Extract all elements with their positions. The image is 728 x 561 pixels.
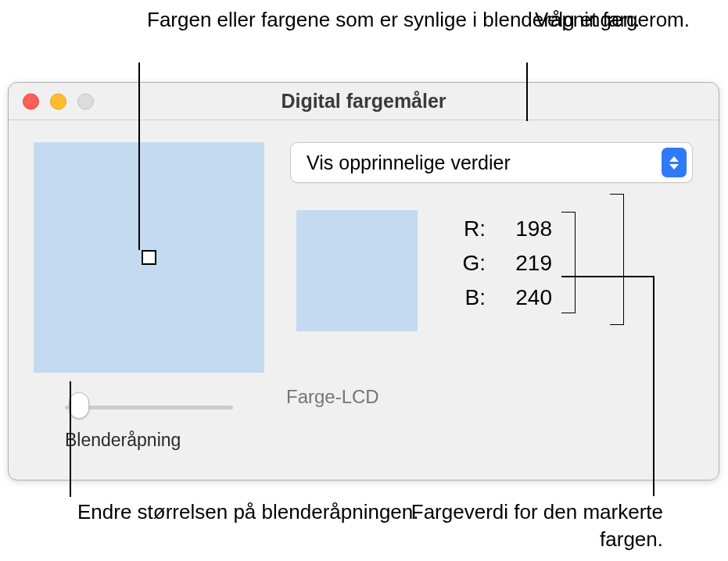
bracket	[561, 212, 576, 313]
g-value: 219	[486, 251, 552, 276]
callout-aperture-size: Endre størrelsen på blenderåpningen.	[77, 498, 419, 526]
callout-line	[653, 276, 654, 496]
traffic-lights	[23, 93, 94, 109]
display-profile-label: Farge-LCD	[286, 386, 379, 408]
slider-track	[65, 406, 233, 409]
dropdown-arrows-icon	[662, 148, 687, 177]
minimize-button[interactable]	[50, 93, 66, 109]
aperture-preview	[34, 142, 264, 373]
aperture-marker	[142, 250, 156, 265]
callout-color-space: Velg et fargerom.	[535, 6, 690, 34]
color-space-dropdown[interactable]: Vis opprinnelige verdier	[290, 142, 693, 183]
r-label: R:	[450, 216, 486, 241]
callout-line	[70, 381, 71, 497]
rgb-row-r: R: 198	[450, 216, 552, 241]
callout-line	[138, 63, 140, 250]
callout-line	[526, 63, 528, 121]
aperture-slider-container: Blenderåpning	[65, 402, 233, 451]
dropdown-selected-label: Vis opprinnelige verdier	[307, 152, 511, 174]
callout-color-value: Fargeverdi for den markerte fargen.	[382, 498, 663, 553]
slider-label: Blenderåpning	[65, 430, 233, 451]
window-title: Digital fargemåler	[281, 90, 446, 113]
aperture-slider[interactable]	[65, 402, 233, 413]
bracket	[610, 194, 624, 325]
rgb-row-g: G: 219	[450, 251, 552, 276]
rgb-values: R: 198 G: 219 B: 240	[450, 216, 552, 320]
color-swatch	[296, 210, 418, 331]
r-value: 198	[486, 216, 552, 241]
rgb-row-b: B: 240	[450, 285, 552, 310]
titlebar: Digital fargemåler	[9, 83, 719, 120]
b-value: 240	[486, 285, 552, 310]
close-button[interactable]	[23, 93, 39, 109]
zoom-button[interactable]	[77, 93, 94, 109]
slider-thumb[interactable]	[69, 392, 89, 419]
g-label: G:	[450, 251, 486, 276]
b-label: B:	[450, 285, 486, 310]
